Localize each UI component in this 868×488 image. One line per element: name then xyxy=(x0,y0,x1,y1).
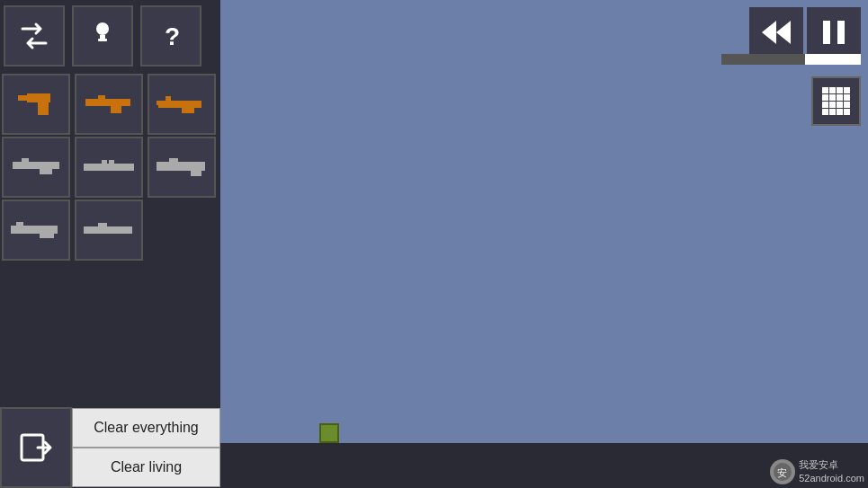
weapon-cell-7[interactable] xyxy=(2,200,70,261)
progress-bar xyxy=(721,54,861,65)
svg-rect-21 xyxy=(169,158,178,165)
svg-text:?: ? xyxy=(165,22,180,50)
watermark: 安 我爱安卓52android.com xyxy=(770,458,864,484)
svg-rect-22 xyxy=(191,171,201,176)
svg-rect-4 xyxy=(27,93,50,102)
clear-living-button[interactable]: Clear living xyxy=(72,448,220,487)
svg-rect-20 xyxy=(157,162,205,171)
svg-text:安: 安 xyxy=(777,467,787,478)
top-right-controls xyxy=(749,7,861,57)
svg-rect-18 xyxy=(102,160,107,167)
svg-rect-10 xyxy=(158,101,201,108)
game-area: 安 我爱安卓52android.com xyxy=(220,0,868,488)
svg-rect-19 xyxy=(109,160,114,167)
watermark-text: 我爱安卓52android.com xyxy=(799,458,864,484)
svg-rect-6 xyxy=(18,95,29,101)
progress-bar-fill xyxy=(721,54,805,65)
weapon-cell-6[interactable] xyxy=(148,137,216,198)
svg-marker-29 xyxy=(776,21,791,44)
weapon-cell-5[interactable] xyxy=(75,137,143,198)
svg-rect-24 xyxy=(16,222,23,229)
svg-rect-26 xyxy=(84,226,132,234)
weapon-cell-3[interactable] xyxy=(148,74,216,135)
svg-rect-12 xyxy=(182,108,194,113)
swap-button[interactable] xyxy=(4,5,65,67)
svg-rect-5 xyxy=(38,102,49,115)
svg-rect-1 xyxy=(100,35,105,39)
weapon-cell-4[interactable] xyxy=(2,137,70,198)
svg-rect-27 xyxy=(98,223,107,229)
weapon-grid xyxy=(0,72,220,262)
grid-toggle-button[interactable] xyxy=(811,76,861,126)
item-button[interactable] xyxy=(72,5,133,67)
svg-point-0 xyxy=(96,22,109,35)
svg-rect-16 xyxy=(40,169,52,174)
watermark-icon: 安 xyxy=(770,459,795,484)
svg-rect-30 xyxy=(823,21,830,44)
game-entity xyxy=(319,423,339,443)
svg-rect-13 xyxy=(157,101,164,105)
svg-rect-15 xyxy=(22,158,29,165)
grid-icon xyxy=(822,87,850,115)
weapon-cell-8[interactable] xyxy=(75,200,143,261)
svg-rect-31 xyxy=(837,21,845,44)
svg-rect-9 xyxy=(111,106,121,113)
rewind-button[interactable] xyxy=(749,7,803,57)
svg-rect-11 xyxy=(166,96,171,103)
svg-rect-25 xyxy=(40,234,54,238)
context-menu: Clear everything Clear living xyxy=(72,407,220,488)
pause-button[interactable] xyxy=(807,7,861,57)
help-button[interactable]: ? xyxy=(140,5,201,67)
svg-rect-14 xyxy=(13,162,59,169)
svg-rect-8 xyxy=(98,95,105,102)
svg-rect-7 xyxy=(85,99,130,106)
top-toolbar: ? xyxy=(0,0,220,72)
bottom-area: Clear everything Clear living xyxy=(0,407,220,488)
clear-everything-button[interactable]: Clear everything xyxy=(72,408,220,448)
weapon-cell-1[interactable] xyxy=(2,74,70,135)
weapon-cell-2[interactable] xyxy=(75,74,143,135)
svg-marker-28 xyxy=(762,21,776,44)
exit-button[interactable] xyxy=(0,407,72,488)
svg-rect-2 xyxy=(98,39,107,41)
